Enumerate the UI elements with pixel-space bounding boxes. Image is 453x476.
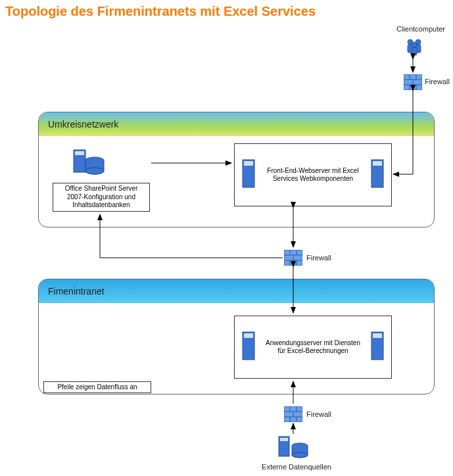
arrows [0,0,453,476]
